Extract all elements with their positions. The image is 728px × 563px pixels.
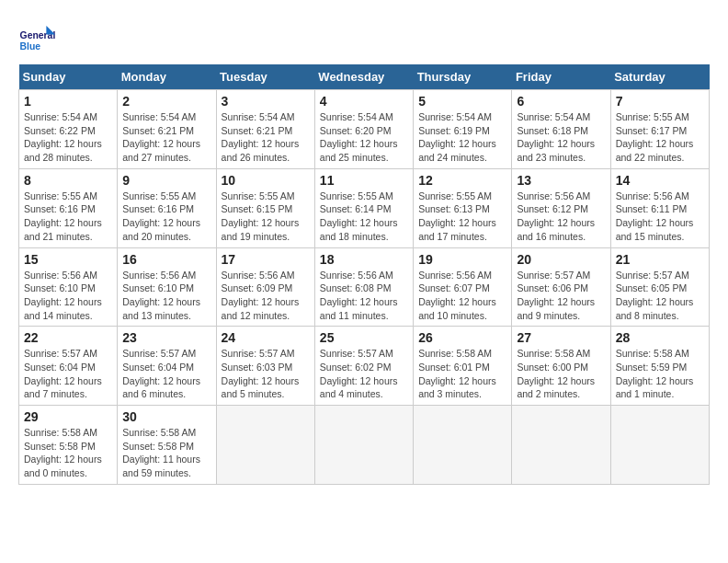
day-details: Sunrise: 5:58 AM Sunset: 6:01 PM Dayligh… [418,347,506,401]
calendar-day-cell [216,406,314,485]
calendar-day-cell: 2 Sunrise: 5:54 AM Sunset: 6:21 PM Dayli… [118,90,216,169]
day-number: 8 [24,173,112,188]
calendar-day-cell: 29 Sunrise: 5:58 AM Sunset: 5:58 PM Dayl… [19,406,118,485]
day-number: 10 [222,173,310,188]
calendar-day-cell [314,406,413,485]
calendar-week-row: 1 Sunrise: 5:54 AM Sunset: 6:22 PM Dayli… [19,90,710,169]
day-number: 27 [517,330,605,345]
day-number: 17 [222,252,310,267]
calendar-day-cell: 18 Sunrise: 5:56 AM Sunset: 6:08 PM Dayl… [314,247,413,327]
weekday-header: Monday [118,64,216,90]
calendar-week-row: 15 Sunrise: 5:56 AM Sunset: 6:10 PM Dayl… [19,247,710,327]
day-number: 21 [616,252,704,267]
calendar-day-cell: 17 Sunrise: 5:56 AM Sunset: 6:09 PM Dayl… [216,247,314,327]
calendar-day-cell: 22 Sunrise: 5:57 AM Sunset: 6:04 PM Dayl… [19,327,118,406]
day-details: Sunrise: 5:57 AM Sunset: 6:05 PM Dayligh… [616,269,704,323]
calendar-week-row: 8 Sunrise: 5:55 AM Sunset: 6:16 PM Dayli… [19,168,710,247]
day-details: Sunrise: 5:57 AM Sunset: 6:04 PM Dayligh… [122,347,210,401]
day-details: Sunrise: 5:56 AM Sunset: 6:10 PM Dayligh… [122,269,210,323]
calendar-day-cell: 9 Sunrise: 5:55 AM Sunset: 6:16 PM Dayli… [118,168,216,247]
calendar-table: SundayMondayTuesdayWednesdayThursdayFrid… [18,64,710,485]
day-number: 3 [222,94,310,109]
calendar-day-cell: 11 Sunrise: 5:55 AM Sunset: 6:14 PM Dayl… [314,168,413,247]
calendar-day-cell: 14 Sunrise: 5:56 AM Sunset: 6:11 PM Dayl… [610,168,709,247]
day-details: Sunrise: 5:54 AM Sunset: 6:19 PM Dayligh… [418,110,506,165]
calendar-day-cell: 4 Sunrise: 5:54 AM Sunset: 6:20 PM Dayli… [314,90,413,169]
calendar-body: 1 Sunrise: 5:54 AM Sunset: 6:22 PM Dayli… [19,90,710,485]
day-number: 23 [122,330,210,345]
logo-icon: General Blue [18,18,55,55]
day-details: Sunrise: 5:55 AM Sunset: 6:16 PM Dayligh… [122,190,210,244]
calendar-day-cell: 24 Sunrise: 5:57 AM Sunset: 6:03 PM Dayl… [216,327,314,406]
day-details: Sunrise: 5:56 AM Sunset: 6:09 PM Dayligh… [222,269,310,323]
calendar-day-cell: 19 Sunrise: 5:56 AM Sunset: 6:07 PM Dayl… [414,247,512,327]
weekday-header: Tuesday [216,64,314,90]
calendar-day-cell: 6 Sunrise: 5:54 AM Sunset: 6:18 PM Dayli… [512,90,610,169]
day-number: 6 [517,94,605,109]
day-number: 12 [418,173,506,188]
day-number: 14 [616,173,704,188]
day-details: Sunrise: 5:55 AM Sunset: 6:14 PM Dayligh… [320,190,408,244]
day-details: Sunrise: 5:56 AM Sunset: 6:10 PM Dayligh… [24,269,112,323]
day-number: 30 [122,409,210,424]
calendar-day-cell: 16 Sunrise: 5:56 AM Sunset: 6:10 PM Dayl… [118,247,216,327]
day-number: 20 [517,252,605,267]
day-number: 18 [320,252,408,267]
day-number: 15 [24,252,112,267]
day-details: Sunrise: 5:56 AM Sunset: 6:11 PM Dayligh… [616,190,704,244]
calendar-day-cell: 7 Sunrise: 5:55 AM Sunset: 6:17 PM Dayli… [610,90,709,169]
day-details: Sunrise: 5:54 AM Sunset: 6:18 PM Dayligh… [517,110,605,165]
calendar-day-cell: 26 Sunrise: 5:58 AM Sunset: 6:01 PM Dayl… [414,327,512,406]
calendar-day-cell: 21 Sunrise: 5:57 AM Sunset: 6:05 PM Dayl… [610,247,709,327]
day-number: 25 [320,330,408,345]
day-details: Sunrise: 5:55 AM Sunset: 6:16 PM Dayligh… [24,190,112,244]
calendar-day-cell: 13 Sunrise: 5:56 AM Sunset: 6:12 PM Dayl… [512,168,610,247]
day-details: Sunrise: 5:56 AM Sunset: 6:08 PM Dayligh… [320,269,408,323]
calendar-day-cell: 30 Sunrise: 5:58 AM Sunset: 5:58 PM Dayl… [118,406,216,485]
day-number: 5 [418,94,506,109]
day-number: 22 [24,330,112,345]
calendar-day-cell [414,406,512,485]
weekday-header: Saturday [610,64,709,90]
weekday-header: Sunday [19,64,118,90]
day-details: Sunrise: 5:58 AM Sunset: 5:59 PM Dayligh… [616,347,704,401]
calendar-day-cell: 8 Sunrise: 5:55 AM Sunset: 6:16 PM Dayli… [19,168,118,247]
day-details: Sunrise: 5:54 AM Sunset: 6:22 PM Dayligh… [24,110,112,165]
day-details: Sunrise: 5:57 AM Sunset: 6:06 PM Dayligh… [517,269,605,323]
day-details: Sunrise: 5:54 AM Sunset: 6:20 PM Dayligh… [320,110,408,165]
day-number: 26 [418,330,506,345]
day-number: 29 [24,409,112,424]
weekday-header: Friday [512,64,610,90]
calendar-day-cell: 12 Sunrise: 5:55 AM Sunset: 6:13 PM Dayl… [414,168,512,247]
day-number: 24 [222,330,310,345]
day-number: 19 [418,252,506,267]
day-number: 13 [517,173,605,188]
day-number: 28 [616,330,704,345]
day-details: Sunrise: 5:58 AM Sunset: 5:58 PM Dayligh… [24,426,112,480]
calendar-week-row: 22 Sunrise: 5:57 AM Sunset: 6:04 PM Dayl… [19,327,710,406]
calendar-day-cell: 5 Sunrise: 5:54 AM Sunset: 6:19 PM Dayli… [414,90,512,169]
day-details: Sunrise: 5:57 AM Sunset: 6:02 PM Dayligh… [320,347,408,401]
calendar-day-cell: 25 Sunrise: 5:57 AM Sunset: 6:02 PM Dayl… [314,327,413,406]
svg-text:Blue: Blue [20,41,41,52]
calendar-day-cell [512,406,610,485]
calendar-day-cell: 3 Sunrise: 5:54 AM Sunset: 6:21 PM Dayli… [216,90,314,169]
calendar-day-cell: 28 Sunrise: 5:58 AM Sunset: 5:59 PM Dayl… [610,327,709,406]
day-details: Sunrise: 5:57 AM Sunset: 6:03 PM Dayligh… [222,347,310,401]
day-details: Sunrise: 5:54 AM Sunset: 6:21 PM Dayligh… [222,110,310,165]
day-details: Sunrise: 5:55 AM Sunset: 6:13 PM Dayligh… [418,190,506,244]
calendar-day-cell: 1 Sunrise: 5:54 AM Sunset: 6:22 PM Dayli… [19,90,118,169]
calendar-week-row: 29 Sunrise: 5:58 AM Sunset: 5:58 PM Dayl… [19,406,710,485]
day-number: 4 [320,94,408,109]
day-number: 9 [122,173,210,188]
day-details: Sunrise: 5:55 AM Sunset: 6:15 PM Dayligh… [222,190,310,244]
calendar-day-cell: 20 Sunrise: 5:57 AM Sunset: 6:06 PM Dayl… [512,247,610,327]
day-details: Sunrise: 5:54 AM Sunset: 6:21 PM Dayligh… [122,110,210,165]
logo: General Blue [18,18,59,55]
day-number: 16 [122,252,210,267]
day-details: Sunrise: 5:57 AM Sunset: 6:04 PM Dayligh… [24,347,112,401]
page-header: General Blue [18,18,710,55]
weekday-header: Wednesday [314,64,413,90]
day-number: 7 [616,94,704,109]
calendar-day-cell: 23 Sunrise: 5:57 AM Sunset: 6:04 PM Dayl… [118,327,216,406]
